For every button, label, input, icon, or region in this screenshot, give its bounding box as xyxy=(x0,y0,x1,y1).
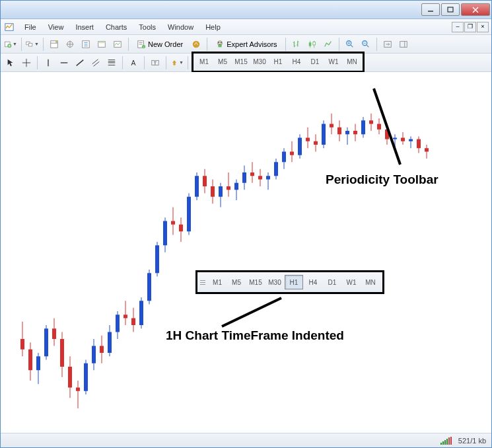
new-order-label: New Order xyxy=(148,40,183,48)
new-chart-button[interactable]: ▼ xyxy=(3,37,18,52)
toolbar-grip-icon[interactable] xyxy=(200,275,205,289)
chart-shift-button[interactable] xyxy=(396,37,411,52)
svg-rect-151 xyxy=(345,131,349,134)
toolbar-separator xyxy=(285,38,286,51)
toolbar-separator xyxy=(376,38,377,51)
timeframe-w1-button-float[interactable]: W1 xyxy=(342,275,361,289)
svg-rect-135 xyxy=(282,152,286,163)
mdi-close-button[interactable]: × xyxy=(477,22,489,32)
terminal-button[interactable] xyxy=(94,37,109,52)
market-watch-button[interactable] xyxy=(47,37,61,52)
svg-text:+: + xyxy=(143,45,145,48)
menu-tools[interactable]: Tools xyxy=(133,21,161,33)
svg-rect-171 xyxy=(425,148,429,151)
timeframe-mn-button[interactable]: MN xyxy=(343,55,361,69)
svg-rect-33 xyxy=(219,44,222,47)
auto-scroll-button[interactable] xyxy=(380,37,395,52)
svg-rect-89 xyxy=(100,346,104,354)
strategy-tester-button[interactable] xyxy=(110,37,125,52)
svg-rect-1 xyxy=(448,7,453,12)
svg-line-45 xyxy=(350,44,353,47)
line-studies-toolbar: A T ▼ M1 M5 M15 M30 H1 H4 D1 W1 MN xyxy=(1,54,491,72)
svg-rect-167 xyxy=(409,139,413,141)
svg-line-49 xyxy=(366,44,369,47)
timeframe-d1-button-float[interactable]: D1 xyxy=(323,275,341,289)
svg-point-29 xyxy=(193,40,200,48)
expert-advisors-button[interactable]: Expert Advisors xyxy=(211,37,281,52)
svg-rect-169 xyxy=(417,139,421,149)
menu-charts[interactable]: Charts xyxy=(100,21,132,33)
line-chart-button[interactable] xyxy=(321,37,335,52)
timeframe-m30-button-float[interactable]: M30 xyxy=(265,275,284,289)
connection-strength-icon xyxy=(440,437,452,445)
window-close-button[interactable] xyxy=(461,3,490,16)
menu-view[interactable]: View xyxy=(43,21,69,33)
fibonacci-button[interactable] xyxy=(104,56,119,70)
menu-window[interactable]: Window xyxy=(162,21,199,33)
title-bar xyxy=(1,1,491,19)
toolbar-separator xyxy=(144,56,145,69)
timeframe-h1-button[interactable]: H1 xyxy=(269,55,287,69)
cursor-button[interactable] xyxy=(3,56,18,70)
window-maximize-button[interactable] xyxy=(441,3,460,16)
timeframe-d1-button[interactable]: D1 xyxy=(306,55,324,69)
window-minimize-button[interactable] xyxy=(421,3,440,16)
timeframe-m1-button[interactable]: M1 xyxy=(195,55,213,69)
svg-rect-133 xyxy=(274,162,278,176)
profiles-button[interactable]: ▼ xyxy=(25,37,40,52)
timeframe-h4-button[interactable]: H4 xyxy=(287,55,306,69)
data-window-button[interactable] xyxy=(79,37,93,52)
bar-chart-button[interactable] xyxy=(289,37,304,52)
metaquotes-button[interactable] xyxy=(189,37,203,52)
candlestick-chart-button[interactable] xyxy=(305,37,320,52)
annotation-periodicity-label: Periodicity Toolbar xyxy=(326,172,439,187)
timeframe-m30-button[interactable]: M30 xyxy=(250,55,269,69)
mdi-restore-button[interactable]: ❐ xyxy=(464,22,476,32)
timeframe-m5-button-float[interactable]: M5 xyxy=(227,275,246,289)
toolbar-separator xyxy=(21,38,22,51)
menu-bar: File View Insert Charts Tools Window Hel… xyxy=(1,19,491,35)
dropdown-arrow-icon: ▼ xyxy=(179,60,184,65)
svg-rect-153 xyxy=(353,131,357,134)
mdi-minimize-button[interactable]: – xyxy=(452,22,464,32)
toolbar-separator xyxy=(339,38,339,51)
zoom-out-button[interactable] xyxy=(359,37,373,52)
text-label-button[interactable]: T xyxy=(148,56,162,70)
trendline-button[interactable] xyxy=(73,56,87,70)
chart-area[interactable]: Periodicity Toolbar M1 M5 M15 M30 H1 H4 … xyxy=(1,72,491,433)
annotation-h1-indented-label: 1H Chart TimeFrame Indented xyxy=(166,328,344,343)
vertical-line-button[interactable] xyxy=(41,56,55,70)
svg-rect-149 xyxy=(337,128,341,135)
crosshair-button[interactable] xyxy=(19,56,34,70)
timeframe-h1-button-float[interactable]: H1 xyxy=(285,275,303,289)
svg-rect-73 xyxy=(36,356,40,370)
timeframe-m5-button[interactable]: M5 xyxy=(213,55,232,69)
svg-rect-127 xyxy=(250,172,254,176)
menu-help[interactable]: Help xyxy=(200,21,226,33)
text-button[interactable]: A xyxy=(126,56,141,70)
navigator-button[interactable] xyxy=(63,37,77,52)
timeframe-w1-button[interactable]: W1 xyxy=(324,55,343,69)
toolbar-separator xyxy=(188,56,188,69)
zoom-in-button[interactable] xyxy=(343,37,357,52)
arrows-button[interactable]: ▼ xyxy=(170,56,184,70)
menu-insert[interactable]: Insert xyxy=(70,21,99,33)
menu-file[interactable]: File xyxy=(19,21,42,33)
svg-rect-83 xyxy=(76,388,80,391)
new-order-button[interactable]: + New Order xyxy=(132,37,188,52)
svg-rect-79 xyxy=(60,339,64,367)
timeframe-h4-button-float[interactable]: H4 xyxy=(304,275,322,289)
svg-point-13 xyxy=(55,41,57,43)
timeframe-m1-button-float[interactable]: M1 xyxy=(208,275,227,289)
svg-rect-105 xyxy=(163,221,167,246)
equidistant-channel-button[interactable] xyxy=(88,56,103,70)
svg-rect-137 xyxy=(290,152,294,155)
toolbar-separator xyxy=(128,38,129,51)
svg-rect-129 xyxy=(258,176,262,179)
dropdown-arrow-icon: ▼ xyxy=(13,42,17,46)
horizontal-line-button[interactable] xyxy=(57,56,71,70)
timeframe-mn-button-float[interactable]: MN xyxy=(361,275,380,289)
svg-rect-139 xyxy=(298,138,302,155)
timeframe-m15-button-float[interactable]: M15 xyxy=(246,275,265,289)
timeframe-m15-button[interactable]: M15 xyxy=(232,55,250,69)
